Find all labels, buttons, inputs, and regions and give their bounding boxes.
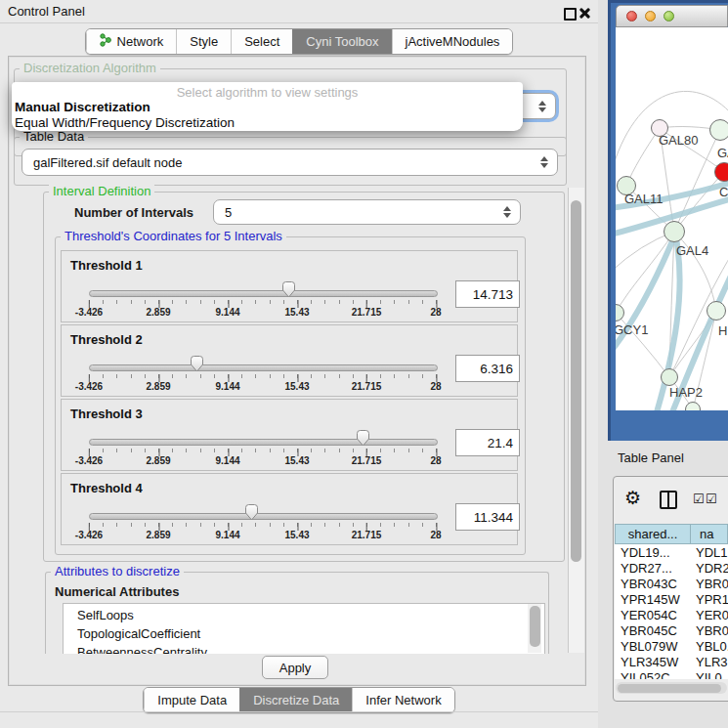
table-row[interactable]: YBL079W YBL0... [615,638,728,654]
table-row[interactable]: YPR145W YPR1... [615,591,728,607]
slider-scale: -3.426 2.859 9.144 15.43 21.715 28 [89,305,436,319]
network-node[interactable] [661,368,678,386]
network-window-titlebar[interactable] [616,5,728,27]
scale-tick-label: 28 [430,381,441,392]
scale-tick-label: 21.715 [352,455,382,466]
attributes-list-scrollbar-thumb[interactable] [530,606,540,647]
network-node[interactable] [664,221,685,242]
float-window-icon[interactable] [564,8,577,21]
node-label: GCY1 [616,322,648,337]
table-row[interactable]: YDR27... YDR2... [615,560,728,576]
threshold-list: Threshold 1 -3.426 2.859 [61,250,518,547]
columns-icon[interactable] [660,491,677,509]
table-horizontal-scrollbar-thumb[interactable] [618,684,721,693]
mac-minimize-icon[interactable] [645,11,656,21]
column-header-name[interactable]: na [691,524,728,544]
threshold-coordinates-group-label: Threshold's Coordinates for 5 Intervals [61,230,286,243]
table-data-select[interactable]: galFiltered.sif default node [21,149,558,176]
gear-icon[interactable]: ⚙ [624,487,641,509]
cell-shared-name: YLR345W [615,655,691,669]
scale-tick-label: 21.715 [352,381,382,392]
mac-close-icon[interactable] [626,11,637,21]
scale-tick-label: 28 [430,307,441,318]
table-row[interactable]: YLR345W YLR3... [615,654,728,669]
slider-thumb-icon[interactable] [356,430,370,447]
threshold-value-field[interactable]: 6.316 [455,355,520,382]
scale-tick-label: 2.859 [146,530,170,540]
slider-thumb-icon[interactable] [190,356,204,372]
scale-tick-label: -3.426 [75,381,103,392]
checkbox-icon[interactable]: ☑ [706,492,717,506]
table-horizontal-scrollbar[interactable] [616,682,727,694]
slider-thumb-icon[interactable] [244,504,259,521]
tab-label: Select [244,34,279,49]
mac-zoom-icon[interactable] [664,11,674,21]
table-row[interactable]: YDL19... YDL1... [615,544,728,560]
table-row[interactable]: YBR043C YBR0... [615,576,728,591]
slider-minor-ticks [89,523,437,527]
scale-tick-label: 15.43 [284,455,309,466]
slider-minor-ticks [89,374,437,378]
network-node-red[interactable] [714,162,728,182]
threshold-value-field[interactable]: 11.344 [455,503,520,531]
tab[interactable]: Style [176,29,231,54]
tab[interactable]: Cyni Toolbox [292,29,391,54]
slider-thumb-icon[interactable] [281,281,296,298]
table-row[interactable]: YIL052C YIL0... [615,669,728,679]
tab[interactable]: Infer Network [352,688,453,712]
bottom-tabbar: Impute Data Discretize Data Infer Networ… [0,687,598,713]
settings-scrollbar-thumb[interactable] [571,200,581,562]
scale-tick-label: -3.426 [75,455,103,466]
settings-scrollbar[interactable] [568,188,584,653]
tab-label: Infer Network [365,693,441,707]
tab[interactable]: jActiveMNodules [392,29,513,54]
slider-minor-ticks [89,449,437,452]
threshold-value-field[interactable]: 14.713 [455,280,520,308]
cell-name: YIL0... [691,670,728,680]
attributes-list-scrollbar[interactable] [528,604,541,653]
combo-arrows-icon [540,156,548,168]
number-of-intervals-label: Number of Intervals [74,205,193,220]
attribute-list-item[interactable]: TopologicalCoefficient [77,624,544,643]
column-header-shared[interactable]: shared... [615,524,691,544]
discretization-algorithm-group-label: Discretization Algorithm [20,62,160,75]
control-panel-title: Control Panel [8,4,85,19]
threshold-value-field[interactable]: 21.4 [455,429,520,456]
scale-tick-label: 2.859 [146,381,170,392]
scale-tick-label: 21.715 [352,307,382,318]
tab[interactable]: Discretize Data [239,688,352,712]
divider [0,711,598,712]
close-icon[interactable] [578,7,590,19]
tab-label: Impute Data [157,693,227,707]
apply-button[interactable]: Apply [262,656,328,679]
attributes-group-label: Attributes to discretize [51,565,184,578]
table-row[interactable]: YBR045C YBR0... [615,622,728,638]
tab[interactable]: Network [86,29,177,54]
scale-tick-label: 15.43 [284,307,309,318]
algorithm-option-manual[interactable]: Manual Discretization [12,100,523,115]
node-label: GA [717,146,728,160]
cell-name: YDL1... [691,545,728,560]
cell-shared-name: YIL052C [615,670,691,680]
checkbox-icon[interactable]: ☑ [693,492,705,506]
network-node[interactable] [709,119,728,141]
cell-shared-name: YBR045C [615,623,691,638]
node-label: GAL11 [624,192,664,206]
algorithm-option-equal-width[interactable]: Equal Width/Frequency Discretization [12,115,523,131]
network-node[interactable] [707,301,726,321]
network-node[interactable] [685,402,701,410]
scale-tick-label: -3.426 [75,307,103,318]
table-header-row: shared... na [615,524,728,544]
table-row[interactable]: YER054C YER0... [615,607,728,622]
table-body: YDL19... YDL1... YDR27... YDR2... YBR043… [615,544,728,679]
scale-tick-label: 9.144 [215,530,239,540]
number-of-intervals-select[interactable]: 5 [213,199,521,225]
network-canvas[interactable]: GAL80 GA C GAL11 GAL4 GCY1 H HAP2 [616,27,728,410]
tab-label: jActiveMNodules [406,34,500,49]
tab-label: Network [117,34,164,49]
attribute-list-item[interactable]: BetweennessCentrality [77,643,544,654]
attribute-list-item[interactable]: SelfLoops [77,606,544,624]
tab[interactable]: Select [231,29,292,54]
tab[interactable]: Impute Data [144,688,239,712]
threshold-panel: Threshold 2 -3.426 2.859 [61,324,518,397]
